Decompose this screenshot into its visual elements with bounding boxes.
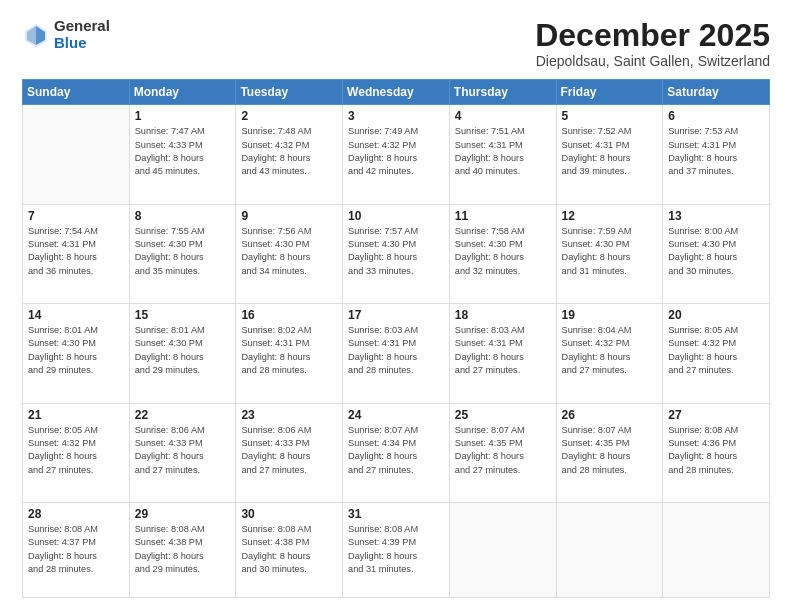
day-header-monday: Monday: [129, 80, 236, 105]
calendar-cell: 18Sunrise: 8:03 AM Sunset: 4:31 PM Dayli…: [449, 304, 556, 403]
day-header-thursday: Thursday: [449, 80, 556, 105]
day-number: 14: [28, 308, 124, 322]
day-number: 15: [135, 308, 231, 322]
day-info: Sunrise: 7:58 AM Sunset: 4:30 PM Dayligh…: [455, 225, 551, 278]
day-number: 27: [668, 408, 764, 422]
calendar-cell: 9Sunrise: 7:56 AM Sunset: 4:30 PM Daylig…: [236, 204, 343, 303]
calendar-cell: [663, 502, 770, 597]
day-info: Sunrise: 7:56 AM Sunset: 4:30 PM Dayligh…: [241, 225, 337, 278]
calendar-cell: 7Sunrise: 7:54 AM Sunset: 4:31 PM Daylig…: [23, 204, 130, 303]
calendar-cell: 25Sunrise: 8:07 AM Sunset: 4:35 PM Dayli…: [449, 403, 556, 502]
day-number: 13: [668, 209, 764, 223]
day-info: Sunrise: 8:08 AM Sunset: 4:38 PM Dayligh…: [135, 523, 231, 576]
day-number: 28: [28, 507, 124, 521]
calendar-cell: 2Sunrise: 7:48 AM Sunset: 4:32 PM Daylig…: [236, 105, 343, 204]
month-title: December 2025: [535, 18, 770, 53]
day-number: 3: [348, 109, 444, 123]
calendar-cell: 22Sunrise: 8:06 AM Sunset: 4:33 PM Dayli…: [129, 403, 236, 502]
calendar-cell: 21Sunrise: 8:05 AM Sunset: 4:32 PM Dayli…: [23, 403, 130, 502]
day-info: Sunrise: 7:59 AM Sunset: 4:30 PM Dayligh…: [562, 225, 658, 278]
day-info: Sunrise: 8:02 AM Sunset: 4:31 PM Dayligh…: [241, 324, 337, 377]
day-number: 4: [455, 109, 551, 123]
day-header-saturday: Saturday: [663, 80, 770, 105]
day-header-friday: Friday: [556, 80, 663, 105]
calendar-cell: 27Sunrise: 8:08 AM Sunset: 4:36 PM Dayli…: [663, 403, 770, 502]
day-number: 31: [348, 507, 444, 521]
day-number: 22: [135, 408, 231, 422]
day-info: Sunrise: 8:05 AM Sunset: 4:32 PM Dayligh…: [28, 424, 124, 477]
calendar-cell: 19Sunrise: 8:04 AM Sunset: 4:32 PM Dayli…: [556, 304, 663, 403]
day-info: Sunrise: 8:07 AM Sunset: 4:35 PM Dayligh…: [562, 424, 658, 477]
day-info: Sunrise: 7:54 AM Sunset: 4:31 PM Dayligh…: [28, 225, 124, 278]
calendar-cell: [449, 502, 556, 597]
day-info: Sunrise: 7:55 AM Sunset: 4:30 PM Dayligh…: [135, 225, 231, 278]
day-header-tuesday: Tuesday: [236, 80, 343, 105]
calendar-cell: 13Sunrise: 8:00 AM Sunset: 4:30 PM Dayli…: [663, 204, 770, 303]
day-number: 2: [241, 109, 337, 123]
logo-text: General Blue: [54, 18, 110, 51]
week-row-3: 21Sunrise: 8:05 AM Sunset: 4:32 PM Dayli…: [23, 403, 770, 502]
day-number: 24: [348, 408, 444, 422]
day-info: Sunrise: 8:08 AM Sunset: 4:39 PM Dayligh…: [348, 523, 444, 576]
calendar-cell: 4Sunrise: 7:51 AM Sunset: 4:31 PM Daylig…: [449, 105, 556, 204]
logo-icon: [22, 21, 50, 49]
day-number: 23: [241, 408, 337, 422]
day-number: 10: [348, 209, 444, 223]
day-info: Sunrise: 7:47 AM Sunset: 4:33 PM Dayligh…: [135, 125, 231, 178]
location: Diepoldsau, Saint Gallen, Switzerland: [535, 53, 770, 69]
week-row-1: 7Sunrise: 7:54 AM Sunset: 4:31 PM Daylig…: [23, 204, 770, 303]
day-number: 20: [668, 308, 764, 322]
logo: General Blue: [22, 18, 110, 51]
day-info: Sunrise: 7:51 AM Sunset: 4:31 PM Dayligh…: [455, 125, 551, 178]
header-row: SundayMondayTuesdayWednesdayThursdayFrid…: [23, 80, 770, 105]
week-row-0: 1Sunrise: 7:47 AM Sunset: 4:33 PM Daylig…: [23, 105, 770, 204]
day-info: Sunrise: 8:07 AM Sunset: 4:35 PM Dayligh…: [455, 424, 551, 477]
calendar-cell: 11Sunrise: 7:58 AM Sunset: 4:30 PM Dayli…: [449, 204, 556, 303]
day-number: 19: [562, 308, 658, 322]
day-info: Sunrise: 7:48 AM Sunset: 4:32 PM Dayligh…: [241, 125, 337, 178]
day-info: Sunrise: 8:04 AM Sunset: 4:32 PM Dayligh…: [562, 324, 658, 377]
day-info: Sunrise: 8:03 AM Sunset: 4:31 PM Dayligh…: [348, 324, 444, 377]
day-number: 29: [135, 507, 231, 521]
day-info: Sunrise: 8:08 AM Sunset: 4:38 PM Dayligh…: [241, 523, 337, 576]
day-info: Sunrise: 8:06 AM Sunset: 4:33 PM Dayligh…: [241, 424, 337, 477]
day-info: Sunrise: 7:49 AM Sunset: 4:32 PM Dayligh…: [348, 125, 444, 178]
day-header-wednesday: Wednesday: [343, 80, 450, 105]
header: General Blue December 2025 Diepoldsau, S…: [22, 18, 770, 69]
calendar-cell: 20Sunrise: 8:05 AM Sunset: 4:32 PM Dayli…: [663, 304, 770, 403]
calendar-cell: 10Sunrise: 7:57 AM Sunset: 4:30 PM Dayli…: [343, 204, 450, 303]
day-info: Sunrise: 7:57 AM Sunset: 4:30 PM Dayligh…: [348, 225, 444, 278]
day-number: 16: [241, 308, 337, 322]
day-number: 18: [455, 308, 551, 322]
day-info: Sunrise: 8:01 AM Sunset: 4:30 PM Dayligh…: [135, 324, 231, 377]
calendar-cell: 1Sunrise: 7:47 AM Sunset: 4:33 PM Daylig…: [129, 105, 236, 204]
day-number: 9: [241, 209, 337, 223]
calendar-cell: 31Sunrise: 8:08 AM Sunset: 4:39 PM Dayli…: [343, 502, 450, 597]
logo-blue: Blue: [54, 35, 110, 52]
day-info: Sunrise: 8:07 AM Sunset: 4:34 PM Dayligh…: [348, 424, 444, 477]
calendar-cell: 30Sunrise: 8:08 AM Sunset: 4:38 PM Dayli…: [236, 502, 343, 597]
day-number: 1: [135, 109, 231, 123]
calendar-cell: 28Sunrise: 8:08 AM Sunset: 4:37 PM Dayli…: [23, 502, 130, 597]
day-info: Sunrise: 8:01 AM Sunset: 4:30 PM Dayligh…: [28, 324, 124, 377]
day-number: 17: [348, 308, 444, 322]
calendar-cell: 16Sunrise: 8:02 AM Sunset: 4:31 PM Dayli…: [236, 304, 343, 403]
calendar-cell: 12Sunrise: 7:59 AM Sunset: 4:30 PM Dayli…: [556, 204, 663, 303]
week-row-2: 14Sunrise: 8:01 AM Sunset: 4:30 PM Dayli…: [23, 304, 770, 403]
calendar-cell: 8Sunrise: 7:55 AM Sunset: 4:30 PM Daylig…: [129, 204, 236, 303]
logo-general: General: [54, 18, 110, 35]
day-number: 25: [455, 408, 551, 422]
day-number: 12: [562, 209, 658, 223]
page: General Blue December 2025 Diepoldsau, S…: [0, 0, 792, 612]
day-number: 7: [28, 209, 124, 223]
calendar: SundayMondayTuesdayWednesdayThursdayFrid…: [22, 79, 770, 598]
day-number: 26: [562, 408, 658, 422]
calendar-cell: 23Sunrise: 8:06 AM Sunset: 4:33 PM Dayli…: [236, 403, 343, 502]
day-info: Sunrise: 8:03 AM Sunset: 4:31 PM Dayligh…: [455, 324, 551, 377]
calendar-cell: 17Sunrise: 8:03 AM Sunset: 4:31 PM Dayli…: [343, 304, 450, 403]
day-info: Sunrise: 8:08 AM Sunset: 4:36 PM Dayligh…: [668, 424, 764, 477]
calendar-cell: [23, 105, 130, 204]
day-info: Sunrise: 7:52 AM Sunset: 4:31 PM Dayligh…: [562, 125, 658, 178]
day-info: Sunrise: 7:53 AM Sunset: 4:31 PM Dayligh…: [668, 125, 764, 178]
day-number: 6: [668, 109, 764, 123]
